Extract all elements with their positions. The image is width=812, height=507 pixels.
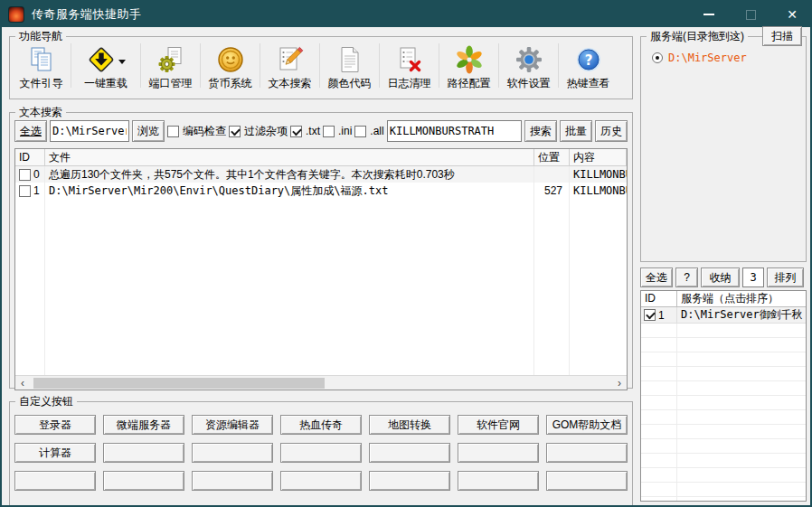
nav-button-label: 路径配置 bbox=[448, 77, 491, 89]
custom-button-empty[interactable] bbox=[14, 471, 96, 491]
column-header-file[interactable]: 文件 bbox=[45, 149, 534, 166]
custom-button-empty[interactable] bbox=[458, 471, 539, 491]
server-table-empty-row bbox=[641, 425, 806, 439]
empty-row bbox=[15, 329, 627, 345]
custom-button-empty[interactable] bbox=[103, 471, 184, 491]
select-all-button[interactable]: 全选 bbox=[14, 120, 47, 142]
custom-button-legend[interactable]: 热血传奇 bbox=[280, 415, 362, 435]
toolbar-separator bbox=[71, 43, 71, 88]
server-select-all-button[interactable]: 全选 bbox=[640, 268, 673, 287]
empty-row bbox=[15, 345, 627, 361]
nav-group-label: 功能导航 bbox=[15, 29, 66, 43]
table-row[interactable]: 1 D:\MirServer\Mir200\Envir\QuestDiary\属… bbox=[15, 183, 627, 199]
empty-row bbox=[15, 280, 627, 296]
custom-button-empty[interactable] bbox=[103, 443, 184, 463]
toolbar-separator bbox=[498, 43, 499, 88]
nav-button-label: 颜色代码 bbox=[328, 77, 372, 89]
custom-button-empty[interactable] bbox=[369, 471, 450, 491]
checkbox-ini[interactable]: .ini bbox=[323, 125, 352, 137]
nav-button-hotkey[interactable]: ? 热键查看 bbox=[560, 42, 617, 89]
server-table-empty-row bbox=[641, 338, 806, 352]
row-checkbox[interactable] bbox=[19, 169, 31, 181]
column-header-id[interactable]: ID bbox=[15, 149, 45, 166]
custom-button-empty[interactable] bbox=[369, 443, 450, 463]
toolbar-separator bbox=[260, 43, 260, 88]
custom-button-empty[interactable] bbox=[280, 443, 362, 463]
custom-button-empty[interactable] bbox=[458, 443, 539, 463]
server-collect-button[interactable]: 收纳 bbox=[701, 268, 740, 287]
column-header-position[interactable]: 位置 bbox=[534, 149, 570, 166]
toolbar-separator bbox=[140, 43, 141, 88]
app-icon bbox=[8, 6, 24, 23]
server-toolbar: 全选 ? 收纳 排列 bbox=[640, 268, 807, 287]
dropdown-caret-icon bbox=[118, 60, 126, 64]
nav-button-currency[interactable]: 货币系统 bbox=[202, 42, 259, 89]
reload-icon bbox=[87, 45, 116, 74]
batch-button[interactable]: 批量 bbox=[560, 120, 592, 142]
custom-button-resource-editor[interactable]: 资源编辑器 bbox=[192, 415, 273, 435]
custom-button-micro-server[interactable]: 微端服务器 bbox=[103, 415, 184, 435]
server-path-label: D:\MirServer bbox=[668, 52, 747, 64]
scroll-left-icon[interactable]: ‹ bbox=[15, 376, 30, 390]
checkbox-encoding-check[interactable]: 编码检查 bbox=[167, 124, 226, 139]
row-checkbox[interactable] bbox=[19, 185, 31, 197]
nav-button-reload[interactable]: 一键重载 bbox=[72, 42, 139, 89]
row-checkbox[interactable] bbox=[644, 309, 656, 321]
custom-button-empty[interactable] bbox=[192, 471, 273, 491]
nav-button-file-guide[interactable]: 文件引导 bbox=[13, 42, 70, 89]
document-icon bbox=[335, 42, 364, 77]
column-header-content[interactable]: 内容 bbox=[570, 149, 627, 166]
table-row[interactable]: 0 总遍历130个文件夹，共575个文件。其中1个文件含有关键字。本次搜索耗时0… bbox=[15, 166, 627, 183]
server-table-empty-row bbox=[641, 454, 806, 468]
checkbox-label: 过滤杂项 bbox=[244, 124, 288, 139]
nav-button-settings[interactable]: 软件设置 bbox=[500, 42, 557, 89]
minimize-button[interactable] bbox=[702, 7, 716, 22]
nav-button-port-manage[interactable]: 端口管理 bbox=[142, 42, 199, 89]
custom-button-calculator[interactable]: 计算器 bbox=[14, 443, 96, 463]
custom-buttons-group-label: 自定义按钮 bbox=[15, 394, 77, 408]
server-group-label: 服务端(目录拖到这) bbox=[647, 29, 748, 43]
server-column-header-id[interactable]: ID bbox=[641, 291, 677, 307]
custom-button-official-site[interactable]: 软件官网 bbox=[458, 415, 539, 435]
port-gear-icon bbox=[156, 42, 185, 77]
custom-button-map-convert[interactable]: 地图转换 bbox=[369, 415, 450, 435]
server-table-row[interactable]: 1 D:\MirServer御剑千秋 bbox=[641, 307, 806, 324]
keyword-input[interactable] bbox=[387, 120, 522, 142]
custom-button-empty[interactable] bbox=[546, 471, 628, 491]
edit-pencil-icon bbox=[276, 42, 305, 77]
server-help-button[interactable]: ? bbox=[675, 268, 698, 287]
pinwheel-icon bbox=[455, 42, 484, 77]
checkbox-txt[interactable]: .txt bbox=[290, 125, 320, 137]
nav-button-text-search[interactable]: 文本搜索 bbox=[261, 42, 318, 89]
custom-button-login[interactable]: 登录器 bbox=[14, 415, 96, 435]
checkbox-filter-misc[interactable]: 过滤杂项 bbox=[229, 124, 288, 139]
scan-button[interactable]: 扫描 bbox=[762, 26, 802, 46]
search-button[interactable]: 搜索 bbox=[524, 120, 557, 142]
server-table-empty-row bbox=[641, 483, 806, 497]
custom-buttons-row: 登录器 微端服务器 资源编辑器 热血传奇 地图转换 软件官网 GOM帮助文档 bbox=[14, 415, 628, 435]
nav-button-color-code[interactable]: 颜色代码 bbox=[321, 42, 378, 89]
help-icon: ? bbox=[574, 42, 603, 77]
nav-button-path-config[interactable]: 路径配置 bbox=[440, 42, 497, 89]
history-button[interactable]: 历史 bbox=[595, 120, 628, 142]
search-path-input[interactable] bbox=[50, 120, 129, 142]
custom-button-empty[interactable] bbox=[192, 443, 273, 463]
scrollbar-thumb[interactable] bbox=[33, 378, 325, 389]
scroll-right-icon[interactable]: › bbox=[612, 376, 627, 390]
checkbox-all[interactable]: .all bbox=[354, 125, 383, 137]
nav-button-log-clean[interactable]: 日志清理 bbox=[381, 42, 438, 89]
search-controls-row: 全选 浏览 编码检查 过滤杂项 .txt .ini bbox=[10, 113, 632, 146]
horizontal-scrollbar[interactable]: ‹ › bbox=[15, 375, 627, 390]
close-button[interactable]: ✕ bbox=[785, 7, 799, 22]
maximize-button[interactable] bbox=[743, 7, 758, 22]
empty-row bbox=[15, 215, 627, 231]
server-table-header-row: ID 服务端（点击排序） bbox=[641, 291, 806, 307]
server-count-input[interactable] bbox=[742, 268, 764, 287]
browse-button[interactable]: 浏览 bbox=[132, 120, 165, 142]
custom-button-empty[interactable] bbox=[280, 471, 362, 491]
server-column-header-name[interactable]: 服务端（点击排序） bbox=[677, 291, 806, 307]
custom-button-gom-help[interactable]: GOM帮助文档 bbox=[546, 415, 628, 435]
custom-button-empty[interactable] bbox=[546, 443, 628, 463]
server-table: ID 服务端（点击排序） 1 D:\MirServer御剑千秋 bbox=[640, 290, 807, 502]
server-arrange-button[interactable]: 排列 bbox=[767, 268, 804, 287]
